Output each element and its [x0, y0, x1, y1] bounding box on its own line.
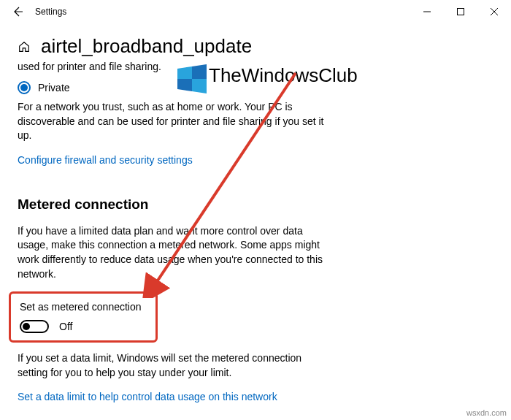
svg-rect-1 [458, 9, 464, 15]
arrow-left-icon [12, 6, 23, 18]
maximize-icon [457, 8, 464, 15]
data-limit-link[interactable]: Set a data limit to help control data us… [18, 391, 277, 402]
close-button[interactable] [477, 0, 511, 23]
data-limit-description: If you set a data limit, Windows will se… [18, 351, 333, 380]
highlight-box: Set as metered connection Off [9, 291, 158, 343]
page-title: airtel_broadband_update [41, 35, 252, 58]
window-title: Settings [35, 7, 66, 17]
maximize-button[interactable] [444, 0, 477, 23]
firewall-link[interactable]: Configure firewall and security settings [18, 154, 193, 166]
metered-toggle-label: Set as metered connection [20, 301, 147, 313]
svg-marker-7 [192, 79, 207, 93]
metered-toggle-state: Off [59, 321, 72, 332]
private-label: Private [38, 82, 70, 93]
toggle-thumb-icon [23, 323, 30, 330]
metered-description: If you have a limited data plan and want… [18, 224, 333, 281]
minimize-button[interactable] [410, 0, 444, 23]
home-icon[interactable] [18, 40, 31, 53]
credit-text: wsxdn.com [466, 408, 507, 417]
minimize-icon [423, 8, 431, 15]
svg-marker-6 [177, 79, 192, 91]
svg-marker-4 [177, 66, 192, 79]
radio-selected-icon [18, 81, 31, 94]
watermark-text: TheWindowsClub [209, 64, 358, 87]
svg-marker-5 [192, 64, 207, 79]
private-description: For a network you trust, such as at home… [18, 100, 333, 143]
windowsclub-logo-icon [177, 64, 207, 93]
close-icon [491, 8, 498, 15]
metered-toggle[interactable] [20, 320, 49, 333]
metered-heading: Metered connection [18, 196, 333, 213]
back-button[interactable] [6, 0, 29, 23]
